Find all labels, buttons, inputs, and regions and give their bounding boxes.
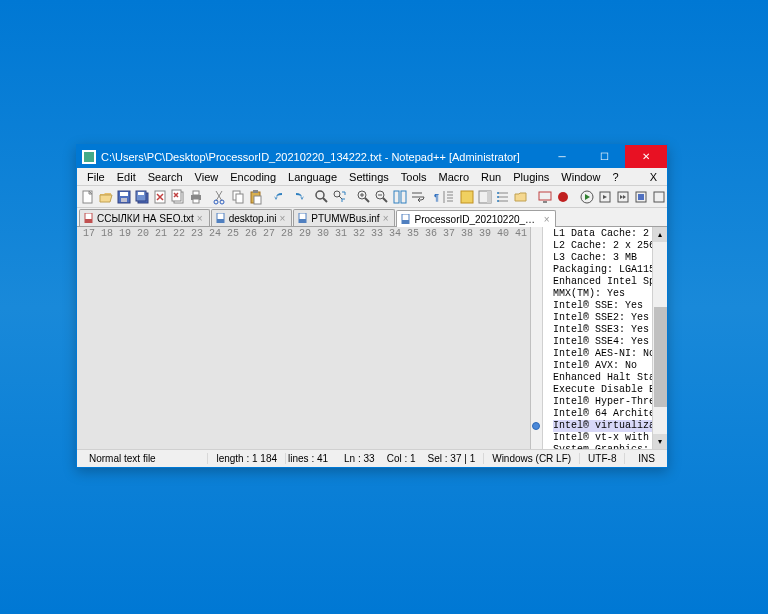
svg-point-30 <box>497 196 499 198</box>
menu-file[interactable]: File <box>81 170 111 184</box>
status-filetype: Normal text file <box>81 453 208 464</box>
svg-rect-19 <box>254 196 261 204</box>
menu-macro[interactable]: Macro <box>432 170 475 184</box>
text-editor[interactable]: L1 Data Cache: 2 x 32 KB L2 Cache: 2 x 2… <box>543 227 652 449</box>
app-window: C:\Users\PC\Desktop\ProcessorID_20210220… <box>76 144 668 468</box>
monitor-icon[interactable] <box>537 189 553 205</box>
close-all-icon[interactable] <box>170 189 186 205</box>
line-numbers: 17 18 19 20 21 22 23 24 25 26 27 28 29 3… <box>77 227 531 449</box>
file-icon <box>401 214 411 224</box>
svg-rect-32 <box>539 192 551 200</box>
menu-language[interactable]: Language <box>282 170 343 184</box>
titlebar[interactable]: C:\Users\PC\Desktop\ProcessorID_20210220… <box>77 145 667 168</box>
status-length: length : 1 184 <box>208 453 286 464</box>
svg-rect-11 <box>193 191 199 195</box>
svg-rect-18 <box>253 190 258 193</box>
status-eol: Windows (CR LF) <box>484 453 580 464</box>
scroll-up-button[interactable]: ▴ <box>653 227 667 242</box>
menu-view[interactable]: View <box>189 170 225 184</box>
paste-icon[interactable] <box>248 189 264 205</box>
status-encoding: UTF-8 <box>580 453 625 464</box>
minimize-button[interactable]: ─ <box>541 145 583 168</box>
svg-rect-39 <box>638 194 644 200</box>
sync-scroll-icon[interactable] <box>392 189 408 205</box>
current-line-marker-icon <box>532 422 540 430</box>
svg-point-34 <box>558 192 568 202</box>
svg-point-31 <box>497 200 499 202</box>
tab-label: PTUMWBus.inf <box>311 213 379 224</box>
new-file-icon[interactable] <box>80 189 96 205</box>
indent-guide-icon[interactable] <box>441 189 457 205</box>
tab[interactable]: desktop.ini× <box>211 209 293 226</box>
menubar: FileEditSearchViewEncodingLanguageSettin… <box>77 168 667 186</box>
save-icon[interactable] <box>116 189 132 205</box>
svg-point-29 <box>497 192 499 194</box>
svg-rect-40 <box>654 192 664 202</box>
svg-point-20 <box>316 191 324 199</box>
folder-workspace-icon[interactable] <box>513 189 529 205</box>
record-icon[interactable] <box>555 189 571 205</box>
svg-rect-26 <box>461 191 473 203</box>
file-icon <box>298 213 308 223</box>
window-title: C:\Users\PC\Desktop\ProcessorID_20210220… <box>101 151 541 163</box>
status-col: Col : 1 <box>383 453 420 464</box>
show-all-chars-icon[interactable]: ¶ <box>434 189 439 205</box>
wordwrap-icon[interactable] <box>410 189 426 205</box>
find-icon[interactable] <box>314 189 330 205</box>
replace-icon[interactable] <box>332 189 348 205</box>
playback-icon[interactable] <box>597 189 613 205</box>
func-list-icon[interactable] <box>495 189 511 205</box>
stop-icon[interactable] <box>651 189 667 205</box>
svg-rect-2 <box>120 192 128 196</box>
doc-close-icon[interactable]: X <box>644 171 663 183</box>
scroll-thumb[interactable] <box>654 307 667 407</box>
svg-rect-25 <box>401 191 406 203</box>
cut-icon[interactable] <box>212 189 228 205</box>
close-button[interactable]: ✕ <box>625 145 667 168</box>
toolbar: ¶ <box>77 186 667 208</box>
close-file-icon[interactable] <box>152 189 168 205</box>
doc-map-icon[interactable] <box>477 189 493 205</box>
menu-edit[interactable]: Edit <box>111 170 142 184</box>
lang-format-icon[interactable] <box>459 189 475 205</box>
redo-icon[interactable] <box>290 189 306 205</box>
svg-rect-42 <box>85 219 92 223</box>
zoom-in-icon[interactable] <box>356 189 372 205</box>
copy-icon[interactable] <box>230 189 246 205</box>
tab-close-icon[interactable]: × <box>383 213 389 224</box>
tab-bar: ССЫЛКИ НА SEO.txt×desktop.ini×PTUMWBus.i… <box>77 208 667 227</box>
menu-settings[interactable]: Settings <box>343 170 395 184</box>
play-icon[interactable] <box>579 189 595 205</box>
app-icon <box>82 150 96 164</box>
print-icon[interactable] <box>188 189 204 205</box>
save-all-icon[interactable] <box>134 189 150 205</box>
tab-close-icon[interactable]: × <box>279 213 285 224</box>
zoom-out-icon[interactable] <box>374 189 390 205</box>
tab[interactable]: PTUMWBus.inf× <box>293 209 395 226</box>
menu-encoding[interactable]: Encoding <box>224 170 282 184</box>
menu-search[interactable]: Search <box>142 170 189 184</box>
undo-icon[interactable] <box>272 189 288 205</box>
svg-rect-28 <box>487 191 491 203</box>
svg-rect-6 <box>138 192 144 195</box>
menu-run[interactable]: Run <box>475 170 507 184</box>
tab-label: ССЫЛКИ НА SEO.txt <box>97 213 194 224</box>
tab-close-icon[interactable]: × <box>544 214 550 225</box>
svg-rect-3 <box>121 198 127 202</box>
tab[interactable]: ССЫЛКИ НА SEO.txt× <box>79 209 210 226</box>
tab-close-icon[interactable]: × <box>197 213 203 224</box>
maximize-button[interactable]: ☐ <box>583 145 625 168</box>
menu-tools[interactable]: Tools <box>395 170 433 184</box>
svg-rect-16 <box>236 194 243 203</box>
svg-rect-33 <box>543 201 547 203</box>
tab[interactable]: ProcessorID_20210220_134222.txt× <box>396 210 556 227</box>
menu-[interactable]: ? <box>606 170 624 184</box>
menu-plugins[interactable]: Plugins <box>507 170 555 184</box>
fast-forward-icon[interactable] <box>615 189 631 205</box>
open-file-icon[interactable] <box>98 189 114 205</box>
save-macro-icon[interactable] <box>633 189 649 205</box>
menu-window[interactable]: Window <box>555 170 606 184</box>
svg-rect-12 <box>193 199 199 203</box>
scroll-down-button[interactable]: ▾ <box>653 434 667 449</box>
vertical-scrollbar[interactable]: ▴ ▾ <box>652 227 667 449</box>
